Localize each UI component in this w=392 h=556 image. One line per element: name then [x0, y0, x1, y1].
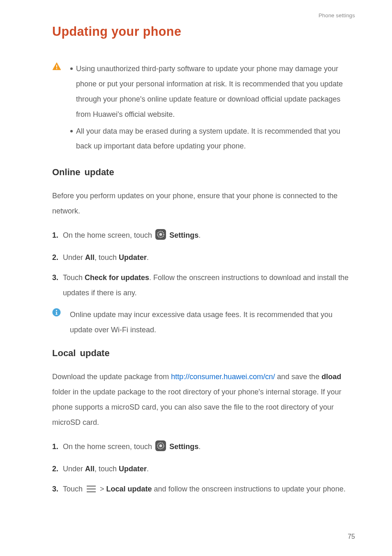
warning-item: Using unauthorized third-party software …: [70, 61, 355, 122]
settings-icon: [155, 229, 166, 245]
settings-icon: [155, 440, 166, 456]
step-text: Touch: [63, 273, 85, 282]
intro-text-a: Download the update package from: [52, 373, 171, 381]
step-3: 3. Touch Check for updates. Follow the o…: [52, 270, 355, 301]
step-number: 3.: [52, 482, 58, 497]
step-text: Under: [63, 465, 85, 473]
info-icon: [52, 308, 61, 318]
local-update-heading: Local update: [52, 348, 355, 359]
svg-point-1: [56, 68, 58, 70]
svg-rect-0: [56, 65, 57, 68]
step-1: 1. On the home screen, touch Settings.: [52, 228, 355, 245]
step-number: 1.: [52, 439, 58, 454]
step-text: .: [198, 442, 201, 451]
local-update-steps: 1. On the home screen, touch Settings. 2…: [52, 439, 355, 498]
online-update-intro: Before you perform updates on your phone…: [52, 188, 355, 219]
step-text: On the home screen, touch: [63, 231, 154, 239]
info-text: Online update may incur excessive data u…: [70, 307, 355, 338]
updater-label: Updater: [119, 253, 147, 262]
info-callout: Online update may incur excessive data u…: [52, 307, 355, 338]
step-text: .: [147, 253, 149, 262]
step-text: , touch: [95, 253, 119, 262]
local-update-label: Local update: [106, 485, 152, 493]
warning-callout: Using unauthorized third-party software …: [52, 61, 355, 155]
step-3: 3. Touch > Local update and follow the o…: [52, 482, 355, 498]
step-1: 1. On the home screen, touch Settings.: [52, 439, 355, 456]
page-header: Phone settings: [52, 12, 355, 19]
check-updates-label: Check for updates: [85, 273, 149, 282]
huawei-link[interactable]: http://consumer.huawei.com/cn/: [171, 373, 275, 381]
all-label: All: [85, 253, 95, 262]
local-update-intro: Download the update package from http://…: [52, 369, 355, 430]
step-text: , touch: [95, 465, 119, 473]
step-number: 2.: [52, 250, 58, 265]
step-text: and follow the onscreen instructions to …: [152, 485, 346, 493]
settings-label: Settings: [169, 442, 198, 451]
warning-item: All your data may be erased during a sys…: [70, 124, 355, 154]
menu-icon: [86, 483, 97, 498]
step-number: 1.: [52, 228, 58, 243]
warning-icon: [52, 62, 61, 72]
step-2: 2. Under All, touch Updater.: [52, 250, 355, 265]
intro-text-b: and save the: [275, 373, 321, 381]
info-body: Online update may incur excessive data u…: [70, 307, 355, 338]
warning-body: Using unauthorized third-party software …: [70, 61, 355, 155]
online-update-heading: Online update: [52, 167, 355, 178]
settings-label: Settings: [169, 231, 198, 239]
svg-point-9: [159, 445, 162, 447]
step-number: 3.: [52, 270, 58, 285]
online-update-steps: 1. On the home screen, touch Settings. 2…: [52, 228, 355, 301]
step-text: .: [147, 465, 149, 473]
page-number: 75: [348, 533, 355, 540]
step-number: 2.: [52, 461, 58, 477]
svg-point-4: [159, 233, 162, 236]
all-label: All: [85, 465, 95, 473]
intro-text-c: folder in the update package to the root…: [52, 388, 341, 426]
step-text: Touch: [63, 485, 85, 493]
step-text: >: [100, 485, 106, 493]
step-text: Under: [63, 253, 85, 262]
updater-label: Updater: [119, 465, 147, 473]
dload-label: dload: [321, 373, 341, 381]
step-2: 2. Under All, touch Updater.: [52, 461, 355, 477]
page-title: Updating your phone: [52, 24, 355, 39]
svg-point-6: [56, 310, 57, 311]
step-text: .: [198, 231, 201, 239]
step-text: On the home screen, touch: [63, 442, 154, 451]
